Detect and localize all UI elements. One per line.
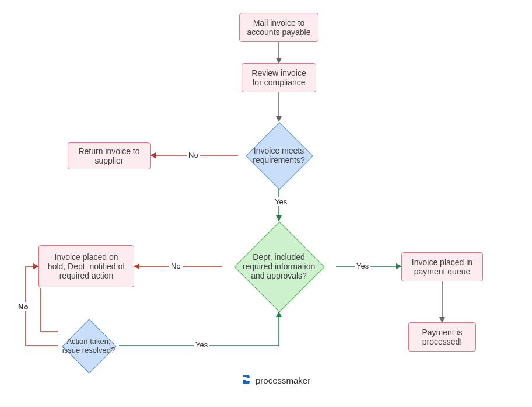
edge-label-no: No	[187, 151, 200, 159]
node-label: Action taken, issue resolved?	[62, 337, 116, 354]
edge-label-no: No	[169, 262, 183, 270]
edge-label-yes: Yes	[194, 340, 209, 349]
node-label: Invoice placed in payment queue	[409, 258, 475, 276]
edge-label-no: No	[16, 302, 30, 311]
node-label: Mail invoice to accounts payable	[247, 18, 311, 37]
node-label: Return invoice to supplier	[75, 147, 143, 165]
edge-label-yes: Yes	[355, 262, 370, 270]
node-label: Payment is processed!	[416, 328, 468, 346]
node-label: Dept. included required information and …	[237, 252, 321, 280]
node-invoice-hold: Invoice placed on hold, Dept. notified o…	[38, 245, 134, 287]
node-payment-queue: Invoice placed in payment queue	[401, 252, 483, 281]
decision-dept-approvals: Dept. included required information and …	[222, 221, 336, 312]
node-payment-processed: Payment is processed!	[408, 322, 476, 352]
node-return-supplier: Return invoice to supplier	[68, 142, 150, 169]
processmaker-icon	[240, 374, 252, 387]
node-mail-invoice: Mail invoice to accounts payable	[239, 13, 318, 42]
node-label: Invoice meets requirements?	[242, 146, 316, 165]
node-label: Invoice placed on hold, Dept. notified o…	[46, 252, 127, 280]
decision-action-resolved: Action taken, issue resolved?	[58, 318, 119, 374]
node-review-invoice: Review invoice for compliance	[242, 63, 316, 92]
decision-meets-requirements: Invoice meets requirements?	[238, 121, 320, 189]
node-label: Review invoice for compliance	[249, 68, 309, 87]
processmaker-logo: processmaker	[240, 374, 310, 387]
edge-label-yes: Yes	[273, 197, 289, 206]
logo-text: processmaker	[256, 375, 310, 385]
